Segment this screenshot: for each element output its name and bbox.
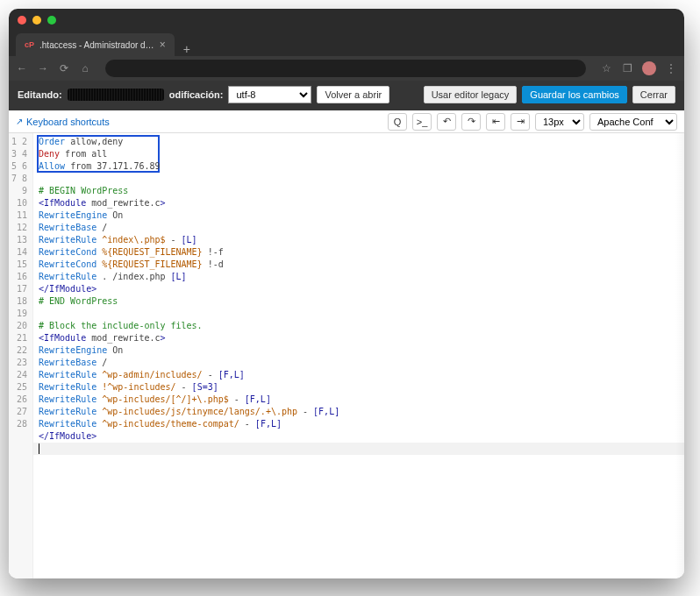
window-close-dot[interactable] <box>18 16 26 25</box>
new-tab-button[interactable]: + <box>175 42 199 56</box>
cpanel-editor-header: Editando: odificación: utf-8 Volver a ab… <box>9 81 684 110</box>
browser-addressbar: ← → ⟳ ⌂ ☆ ❐ ⋮ <box>9 56 684 81</box>
editing-path-redacted <box>68 89 164 101</box>
browser-tabstrip: cP .htaccess - Administrador d… × + <box>9 32 684 56</box>
redo-button[interactable]: ↷ <box>461 113 481 131</box>
url-field[interactable] <box>105 60 586 77</box>
scroll-shadow <box>675 133 684 578</box>
undo-button[interactable]: ↶ <box>437 113 456 131</box>
encoding-select[interactable]: utf-8 <box>228 86 311 103</box>
window-minimize-dot[interactable] <box>32 16 41 25</box>
terminal-button[interactable]: >_ <box>412 113 432 131</box>
tab-close-icon[interactable]: × <box>160 39 166 51</box>
nav-forward-icon[interactable]: → <box>37 62 49 74</box>
browser-window: cP .htaccess - Administrador d… × + ← → … <box>9 9 684 578</box>
window-maximize-dot[interactable] <box>47 16 56 25</box>
profile-avatar[interactable] <box>642 61 656 75</box>
outdent-button[interactable]: ⇤ <box>486 113 505 131</box>
nav-reload-icon[interactable]: ⟳ <box>58 62 70 74</box>
browser-menu-icon[interactable]: ⋮ <box>665 62 677 74</box>
legacy-editor-button[interactable]: Usar editor legacy <box>424 86 518 103</box>
editor-toolbar: ↗ Keyboard shortcuts Q >_ ↶ ↷ ⇤ ⇥ 13px A… <box>9 110 684 133</box>
keyboard-shortcuts-link[interactable]: ↗ Keyboard shortcuts <box>16 117 110 127</box>
indent-button[interactable]: ⇥ <box>511 113 530 131</box>
nav-back-icon[interactable]: ← <box>16 62 28 74</box>
reopen-button[interactable]: Volver a abrir <box>317 86 389 103</box>
bookmark-icon[interactable]: ☆ <box>600 62 612 74</box>
nav-home-icon[interactable]: ⌂ <box>79 62 91 74</box>
extension-icon[interactable]: ❐ <box>621 62 633 74</box>
encoding-label: odificación: <box>169 89 224 100</box>
keyboard-shortcuts-label: Keyboard shortcuts <box>26 117 110 127</box>
syntax-select[interactable]: Apache Conf <box>589 113 677 131</box>
tab-favicon: cP <box>25 40 34 49</box>
close-button[interactable]: Cerrar <box>632 86 675 103</box>
external-link-icon: ↗ <box>16 117 23 126</box>
code-content[interactable]: Order allow,denyDeny from allAllow from … <box>33 133 684 479</box>
browser-tab[interactable]: cP .htaccess - Administrador d… × <box>16 33 175 56</box>
search-button[interactable]: Q <box>388 113 407 131</box>
line-gutter: 1 2 3 4 5 6 7 8 9 10 11 12 13 14 15 16 1… <box>9 133 33 578</box>
code-editor[interactable]: 1 2 3 4 5 6 7 8 9 10 11 12 13 14 15 16 1… <box>9 133 684 578</box>
macos-titlebar <box>9 9 684 32</box>
save-button[interactable]: Guardar los cambios <box>522 86 627 103</box>
fontsize-select[interactable]: 13px <box>535 113 584 131</box>
editing-label: Editando: <box>18 89 62 100</box>
tab-title: .htaccess - Administrador d… <box>39 40 154 50</box>
